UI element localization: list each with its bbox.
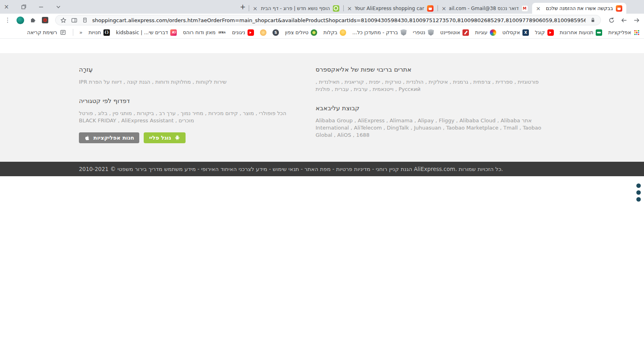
bookmark-item[interactable]: חנויות	[89, 29, 110, 36]
site-info-icon[interactable]	[81, 16, 89, 24]
side-panel-icon[interactable]	[70, 16, 78, 24]
app-store-label: חנות אפליקציות	[93, 134, 134, 141]
footer-section-categories: דפדוף לפי קטגוריה הכל פופולרי , מוצר , ק…	[79, 97, 299, 124]
tab-title: הוסף נושא חדש | פרוג - דף הבית	[260, 6, 330, 11]
url-text: shoppingcart.aliexpress.com/orders.htm?a…	[92, 17, 586, 23]
bookmark-star-icon[interactable]	[60, 16, 67, 24]
page-nav-dots	[636, 183, 641, 204]
browser-tab-active[interactable]: ×בבקשה אשרו את ההזמנה שלכם	[532, 3, 627, 14]
prog-icon	[333, 5, 339, 12]
footer-section-languages: אתרים בריבוי שפות של אליאקספרס פורטוגזית…	[316, 66, 543, 93]
back-icon[interactable]	[620, 16, 627, 24]
window-minimize-icon[interactable]	[38, 4, 44, 10]
tab-close-icon[interactable]: ×	[253, 6, 258, 11]
reading-list-label: רשימת קריאה	[27, 29, 57, 35]
bookmark-label: עוגיות	[475, 29, 487, 35]
tab-title: Your AliExpress shopping cart - B...	[355, 6, 424, 11]
excel-x-icon	[522, 29, 529, 36]
braces-icon	[103, 29, 110, 36]
bookmark-item[interactable]: תנועות אחרונות	[560, 29, 603, 36]
bookmark-item[interactable]: ניגונים	[232, 29, 254, 36]
categories-links[interactable]: הכל פופולרי , מוצר , קידום מכירות , מחיר…	[79, 110, 299, 124]
nav-dot[interactable]	[636, 183, 641, 188]
pdf-extension-icon[interactable]	[42, 17, 48, 23]
bookmark-item[interactable]: דברים שי... | kidsbasic	[116, 29, 177, 36]
youtube-icon	[248, 29, 254, 36]
browser-toolbar: ⋮ shoppingcart.aliexpress.com/orders.htm…	[0, 14, 644, 27]
aliexpress-footer: אתרים בריבוי שפות של אליאקספרס פורטוגזית…	[0, 53, 644, 162]
legal-links[interactable]: .כל הזכויות שמורות .AliExpress.com הגנת …	[79, 166, 503, 172]
footer-column-languages: אתרים בריבוי שפות של אליאקספרס פורטוגזית…	[316, 66, 543, 143]
tab-strip: × + ×הוסף נושא חדש | פרוג - דף הבית×Your…	[0, 0, 644, 14]
bookmark-item[interactable]: עוגיות	[475, 29, 496, 36]
bookmark-label: בקלות	[323, 29, 337, 35]
tab-close-icon[interactable]: ×	[347, 6, 352, 11]
reload-icon[interactable]	[608, 16, 615, 24]
bookmark-label: טיולים צפון	[285, 29, 309, 35]
bookmark-label: תנועות אחרונות	[560, 29, 594, 35]
tab-close-icon[interactable]: ×	[536, 6, 541, 11]
bookmark-item[interactable]: ברדק - מתעדכן כל...	[352, 29, 407, 36]
bookmark-item[interactable]: אקסלוט	[502, 29, 529, 36]
profile-avatar[interactable]	[17, 16, 24, 24]
bookmark-item[interactable]: אפליקציות	[608, 29, 640, 36]
help-links[interactable]: שירות לקוחות , מחלוקות ודוחות , הגנת קונ…	[79, 78, 299, 86]
bookmarks-bar: אפליקציותתנועות אחרונותקוגלאקסלוטעוגיותא…	[0, 27, 644, 39]
alibaba-links[interactable]: אתר Alibaba Group , AliExpress , Alimama…	[316, 117, 543, 139]
google-play-label: גוגל פליי	[149, 134, 171, 141]
extension-puzzle-icon[interactable]	[29, 16, 37, 24]
bookmark-label: דברים שי... | kidsbasic	[116, 29, 168, 35]
apps-grid-icon	[634, 29, 640, 36]
tab-close-icon[interactable]: ×	[442, 6, 446, 11]
reading-list-button[interactable]: רשימת קריאה	[27, 29, 67, 36]
address-bar[interactable]: shoppingcart.aliexpress.com/orders.htm?a…	[55, 15, 601, 25]
browser-tab[interactable]: ×Your AliExpress shopping cart - B...	[343, 3, 438, 14]
android-icon	[174, 135, 180, 141]
window-controls: ×	[3, 0, 62, 14]
bookmarks-overflow-chevron[interactable]: «	[79, 29, 83, 35]
color-wheel-icon	[490, 29, 496, 36]
help-section-title: עֶזרָה	[79, 66, 299, 73]
apple-icon	[84, 135, 90, 141]
bookmark-label: חנויות	[89, 29, 101, 35]
google-play-button[interactable]: גוגל פליי	[144, 132, 186, 143]
window-restore-icon[interactable]	[21, 4, 27, 10]
bookmark-item[interactable]: טיולים צפון	[285, 29, 318, 36]
browser-tab[interactable]: ×דואר נכנס 38@gmail.com - Gmail	[438, 3, 532, 14]
footer-column-help: עֶזרָה שירות לקוחות , מחלוקות ודוחות , ה…	[79, 66, 299, 143]
lock-icon[interactable]	[589, 16, 597, 24]
new-tab-button[interactable]: +	[238, 2, 247, 11]
shield-icon	[400, 29, 407, 36]
bookmark-item[interactable]: קוגל	[535, 29, 554, 36]
bookmark-item[interactable]: נטפרי	[413, 29, 434, 36]
nav-dot[interactable]	[636, 197, 641, 202]
dark-s-icon	[272, 29, 279, 36]
tab-search-chevron-icon[interactable]	[55, 4, 62, 10]
bookmark-label: אפליקציות	[608, 29, 631, 35]
forward-icon[interactable]	[633, 16, 640, 24]
bookmarks-divider	[73, 29, 73, 36]
bulb-icon	[340, 29, 346, 36]
bookmark-item[interactable]: בקלות	[323, 29, 346, 36]
youtube-icon	[547, 29, 554, 36]
autopaint-red-icon	[462, 29, 469, 36]
browser-menu-icon[interactable]: ⋮	[4, 16, 11, 24]
bookmark-item[interactable]	[272, 29, 279, 36]
bookmark-label: ברדק - מתעדכן כל...	[352, 29, 398, 35]
bookmark-item[interactable]: אוטופיינט	[440, 29, 469, 36]
bookmark-item[interactable]: מאזן ודוח רוהס	[183, 29, 226, 36]
bookmark-label: אוטופיינט	[440, 29, 460, 35]
window-close-icon[interactable]: ×	[3, 4, 10, 10]
app-store-button[interactable]: חנות אפליקציות	[79, 132, 139, 143]
bookmark-item[interactable]	[260, 29, 266, 36]
bookmark-label: ניגונים	[232, 29, 245, 35]
languages-links[interactable]: פורטוגזית , ספרדית , צרפתית , גרמנית , א…	[316, 78, 543, 93]
nav-dot[interactable]	[636, 190, 641, 195]
ki-icon	[170, 29, 177, 36]
bookmark-label: מאזן ודוח רוהס	[183, 29, 215, 35]
bookmark-label: נטפרי	[413, 29, 425, 35]
tab-list: ×הוסף נושא חדש | פרוג - דף הבית×Your Ali…	[249, 3, 626, 14]
bank-green-icon	[596, 29, 602, 36]
browser-tab[interactable]: ×הוסף נושא חדש | פרוג - דף הבית	[249, 3, 343, 14]
bookmark-label: קוגל	[535, 29, 545, 35]
